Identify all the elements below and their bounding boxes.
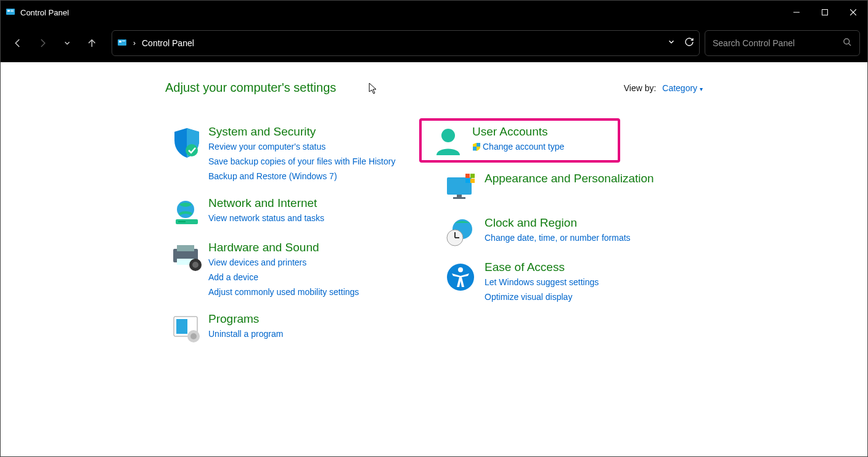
monitor-icon	[436, 171, 485, 203]
category-appearance: Appearance and Personalization	[436, 171, 714, 203]
ease-link-0[interactable]: Let Windows suggest settings	[485, 275, 714, 289]
svg-rect-23	[176, 319, 187, 334]
up-button[interactable]	[82, 33, 102, 53]
svg-rect-10	[122, 41, 125, 41]
programs-icon	[165, 312, 208, 344]
category-user-accounts: User Accounts Change account type	[424, 124, 615, 156]
system-link-1[interactable]: Save backup copies of your files with Fi…	[208, 154, 436, 169]
category-hardware-sound: Hardware and Sound View devices and prin…	[165, 240, 436, 299]
chevron-down-icon: ▾	[700, 86, 703, 92]
svg-rect-18	[177, 245, 194, 251]
category-programs: Programs Uninstall a program	[165, 312, 436, 344]
svg-rect-5	[822, 10, 828, 15]
svg-rect-27	[477, 143, 480, 147]
minimize-button[interactable]	[782, 1, 811, 24]
user-icon	[424, 124, 472, 156]
svg-rect-16	[178, 221, 186, 222]
hardware-link-0[interactable]: View devices and printers	[208, 255, 436, 270]
category-system-security: System and Security Review your computer…	[165, 124, 436, 184]
nav-row: › Control Panel	[1, 24, 867, 62]
back-button[interactable]	[8, 33, 28, 53]
svg-point-26	[441, 129, 455, 142]
refresh-button[interactable]	[684, 37, 694, 49]
address-bar[interactable]: › Control Panel	[112, 30, 700, 56]
view-by: View by: Category ▾	[624, 83, 703, 93]
maximize-button[interactable]	[811, 1, 839, 24]
category-ease-of-access: Ease of Access Let Windows suggest setti…	[436, 260, 714, 304]
ease-link-1[interactable]: Optimize visual display	[485, 289, 714, 304]
system-link-0[interactable]: Review your computer's status	[208, 139, 436, 154]
network-title[interactable]: Network and Internet	[208, 196, 317, 209]
control-panel-icon	[6, 7, 15, 17]
control-panel-icon	[117, 38, 127, 48]
uac-shield-icon	[472, 140, 481, 149]
svg-rect-28	[473, 147, 477, 151]
clock-link-0[interactable]: Change date, time, or number formats	[485, 230, 714, 245]
system-link-2[interactable]: Backup and Restore (Windows 7)	[208, 169, 436, 184]
svg-point-25	[190, 333, 197, 339]
svg-rect-9	[119, 41, 121, 42]
svg-point-21	[192, 262, 199, 268]
svg-rect-31	[453, 197, 465, 199]
svg-rect-30	[457, 195, 462, 197]
network-link-0[interactable]: View network status and tasks	[208, 211, 436, 225]
window-title: Control Panel	[20, 8, 69, 17]
hardware-link-2[interactable]: Adjust commonly used mobility settings	[208, 285, 436, 299]
shield-icon	[165, 124, 208, 184]
svg-point-11	[844, 38, 850, 44]
svg-rect-3	[10, 11, 14, 12]
close-button[interactable]	[839, 1, 867, 24]
search-input[interactable]	[713, 38, 843, 48]
titlebar: Control Panel	[1, 1, 867, 24]
user-accounts-title[interactable]: User Accounts	[472, 125, 548, 138]
svg-rect-33	[470, 174, 475, 178]
page-title: Adjust your computer's settings	[165, 81, 336, 95]
accessibility-icon	[436, 260, 485, 304]
clock-title[interactable]: Clock and Region	[485, 216, 577, 229]
svg-point-41	[458, 267, 463, 272]
globe-icon	[165, 196, 208, 228]
hardware-title[interactable]: Hardware and Sound	[208, 241, 319, 254]
search-box[interactable]	[705, 30, 860, 56]
programs-link-0[interactable]: Uninstall a program	[208, 326, 436, 341]
forward-button[interactable]	[33, 33, 52, 53]
user-link-0[interactable]: Change account type	[472, 139, 615, 154]
category-clock-region: Clock and Region Change date, time, or n…	[436, 216, 714, 248]
svg-rect-35	[470, 179, 475, 183]
content-area: Adjust your computer's settings View by:…	[1, 62, 867, 456]
view-by-label: View by:	[624, 83, 657, 93]
search-icon[interactable]	[843, 38, 852, 49]
recent-button[interactable]	[57, 33, 77, 53]
chevron-down-icon[interactable]	[667, 38, 676, 49]
printer-icon	[165, 240, 208, 299]
annotation-highlight: User Accounts Change account type	[419, 118, 620, 163]
ease-title[interactable]: Ease of Access	[485, 261, 565, 273]
view-by-dropdown[interactable]: Category ▾	[662, 83, 703, 93]
breadcrumb-separator-icon: ›	[133, 39, 136, 47]
clock-icon	[436, 216, 485, 248]
svg-rect-34	[465, 179, 470, 183]
programs-title[interactable]: Programs	[208, 312, 259, 325]
hardware-link-1[interactable]: Add a device	[208, 270, 436, 285]
svg-line-12	[848, 43, 851, 46]
category-network-internet: Network and Internet View network status…	[165, 196, 436, 228]
svg-rect-2	[10, 10, 14, 10]
appearance-title[interactable]: Appearance and Personalization	[485, 172, 654, 185]
svg-point-13	[186, 144, 198, 156]
view-by-value: Category	[662, 83, 697, 93]
breadcrumb-text[interactable]: Control Panel	[142, 38, 194, 48]
system-security-title[interactable]: System and Security	[208, 125, 316, 138]
svg-rect-1	[7, 10, 10, 12]
svg-rect-32	[465, 174, 470, 178]
user-link-0-text: Change account type	[483, 142, 564, 152]
